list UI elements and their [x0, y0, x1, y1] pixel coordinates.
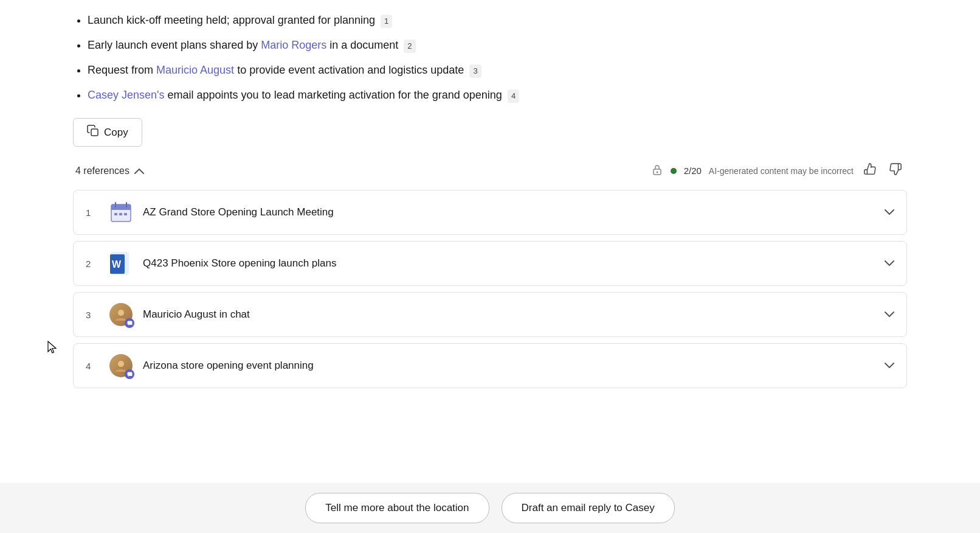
copy-icon — [87, 125, 99, 140]
ref-title-3: Mauricio August in chat — [143, 308, 885, 321]
svg-point-15 — [118, 310, 124, 316]
calendar-icon — [109, 200, 133, 225]
status-dot — [671, 168, 677, 174]
avatar-chat-icon-3 — [109, 302, 133, 327]
ref-title-4: Arizona store opening event planning — [143, 360, 885, 372]
word-icon: W — [109, 251, 133, 276]
bullet-list: Launch kick-off meeting held; approval g… — [73, 12, 907, 103]
thumbs-up-button[interactable] — [861, 161, 879, 180]
references-left: 4 references — [75, 165, 144, 176]
bullet-text-3b: to provide event activation and logistic… — [237, 64, 464, 76]
references-bar: 4 references — [73, 161, 907, 180]
svg-rect-18 — [127, 372, 132, 375]
chevron-down-icon-1 — [885, 207, 894, 218]
suggestion-label-1: Tell me more about the location — [325, 502, 469, 514]
badge-3: 3 — [469, 64, 481, 78]
ref-number-1: 1 — [86, 207, 100, 218]
svg-rect-5 — [111, 207, 131, 210]
mario-rogers-link[interactable]: Mario Rogers — [261, 39, 326, 51]
reference-items-list: 1 AZ Grand Store Opening Launch Meeting — [73, 190, 907, 388]
ref-title-1: AZ Grand Store Opening Launch Meeting — [143, 206, 885, 218]
bullet-text-1: Launch kick-off meeting held; approval g… — [88, 14, 375, 26]
references-right: 2/20 AI-generated content may be incorre… — [651, 161, 905, 180]
casey-jensen-link[interactable]: Casey Jensen's — [88, 89, 165, 101]
ref-number-3: 3 — [86, 310, 100, 320]
suggestion-button-location[interactable]: Tell me more about the location — [305, 493, 489, 523]
lock-icon-area — [651, 164, 663, 178]
ai-disclaimer: AI-generated content may be incorrect — [709, 166, 854, 176]
reference-item-2[interactable]: 2 W Q423 Phoenix Store opening launch pl… — [73, 241, 907, 286]
chevron-down-icon-3 — [885, 309, 894, 320]
ref-title-2: Q423 Phoenix Store opening launch plans — [143, 257, 885, 270]
list-item: Request from Mauricio August to provide … — [88, 62, 907, 78]
bullet-text-3a: Request from — [88, 64, 156, 76]
list-item: Early launch event plans shared by Mario… — [88, 37, 907, 54]
badge-4: 4 — [508, 89, 519, 103]
copy-button-label: Copy — [104, 127, 128, 139]
avatar-chat-icon-4 — [109, 354, 133, 378]
svg-text:W: W — [112, 259, 122, 270]
bullet-text-2b: in a document — [330, 39, 398, 51]
reference-item-4[interactable]: 4 Arizona store op — [73, 343, 907, 388]
suggestion-label-2: Draft an email reply to Casey — [522, 502, 655, 514]
svg-point-2 — [656, 172, 658, 173]
ref-number-4: 4 — [86, 361, 100, 371]
svg-rect-16 — [127, 321, 132, 324]
list-item: Launch kick-off meeting held; approval g… — [88, 12, 907, 29]
bullet-text-2a: Early launch event plans shared by — [88, 39, 261, 51]
copy-button[interactable]: Copy — [73, 118, 142, 147]
reference-item-1[interactable]: 1 AZ Grand Store Opening Launch Meeting — [73, 190, 907, 235]
badge-2: 2 — [404, 40, 415, 53]
svg-rect-10 — [124, 213, 127, 215]
main-container: Launch kick-off meeting held; approval g… — [0, 0, 980, 533]
references-count: 4 references — [75, 165, 129, 176]
chevron-up-icon[interactable] — [134, 166, 144, 176]
suggestion-button-email[interactable]: Draft an email reply to Casey — [502, 493, 675, 523]
ref-number-2: 2 — [86, 259, 100, 269]
content-area: Launch kick-off meeting held; approval g… — [0, 0, 980, 419]
chevron-down-icon-2 — [885, 258, 894, 269]
badge-1: 1 — [381, 15, 392, 28]
lock-icon — [651, 164, 663, 178]
bullet-text-4b: email appoints you to lead marketing act… — [168, 89, 502, 101]
svg-rect-8 — [114, 213, 117, 215]
svg-rect-0 — [91, 129, 98, 136]
mauricio-august-link[interactable]: Mauricio August — [156, 64, 234, 76]
svg-point-17 — [118, 361, 124, 367]
list-item: Casey Jensen's email appoints you to lea… — [88, 87, 907, 103]
svg-rect-9 — [119, 213, 122, 215]
reference-item-3[interactable]: 3 Mauricio August — [73, 292, 907, 337]
bottom-bar: Tell me more about the location Draft an… — [0, 483, 980, 533]
chevron-down-icon-4 — [885, 360, 894, 371]
counter-text: 2/20 — [684, 165, 702, 176]
thumbs-down-button[interactable] — [886, 161, 905, 180]
